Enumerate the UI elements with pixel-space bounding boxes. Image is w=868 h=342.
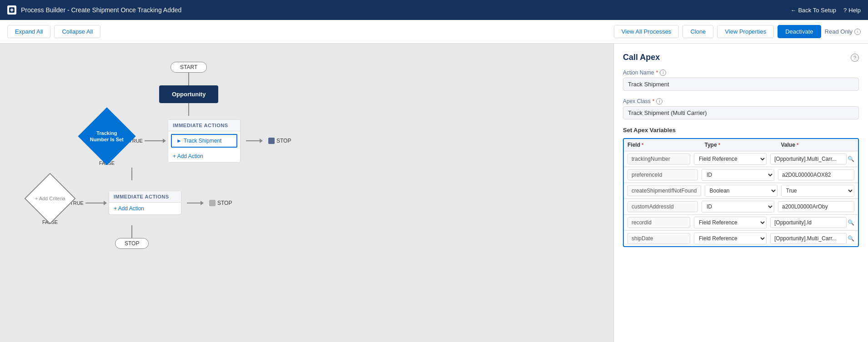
- value-container-3: TrueFalse: [781, 185, 855, 197]
- col-type-header: Type *: [705, 142, 778, 148]
- type-select-5[interactable]: Field ReferenceIDBooleanString: [694, 217, 767, 228]
- read-only-label: Read Only i: [825, 28, 861, 35]
- action-name-info-icon[interactable]: i: [660, 69, 666, 76]
- table-row: Field ReferenceIDBooleanString 🔍: [624, 231, 858, 246]
- stop-square-icon: [268, 138, 275, 144]
- required-star: *: [656, 69, 658, 76]
- final-connector-line: [131, 225, 132, 238]
- search-icon-1[interactable]: 🔍: [848, 156, 854, 162]
- immediate-actions-box: IMMEDIATE ACTIONS ► Track Shipment + Add…: [168, 119, 241, 163]
- top-nav-left: Process Builder - Create Shipment Once T…: [7, 5, 181, 15]
- top-nav: Process Builder - Create Shipment Once T…: [0, 0, 868, 20]
- table-row: BooleanIDField ReferenceString TrueFalse: [624, 183, 858, 199]
- col-field-header: Field *: [627, 142, 701, 148]
- app-logo: [7, 5, 16, 15]
- search-icon-6[interactable]: 🔍: [848, 235, 854, 242]
- field-input-1[interactable]: [627, 154, 690, 164]
- panel-title: Call Apex: [623, 53, 660, 62]
- deactivate-button[interactable]: Deactivate: [778, 25, 821, 38]
- value-input-1[interactable]: [770, 154, 847, 164]
- action-name-input[interactable]: [623, 78, 859, 91]
- action-icon: ►: [176, 138, 182, 144]
- value-input-2[interactable]: [778, 169, 854, 180]
- add-criteria-node[interactable]: + Add Criteria: [24, 173, 75, 224]
- type-select-2[interactable]: IDField ReferenceBooleanString: [702, 169, 774, 181]
- canvas-inner: START Opportunity Tracking Number Is Set: [9, 53, 604, 258]
- immediate-actions-box-2: IMMEDIATE ACTIONS + Add Action: [109, 191, 181, 215]
- table-row: Field ReferenceIDBooleanString 🔍: [624, 151, 858, 167]
- immediate-actions-header-2: IMMEDIATE ACTIONS: [109, 191, 181, 203]
- field-input-4[interactable]: [627, 201, 698, 212]
- field-input-3[interactable]: [627, 185, 701, 196]
- value-input-4[interactable]: [778, 201, 854, 212]
- action-name-label: Action Name * i: [623, 69, 859, 76]
- toolbar-right: View All Processes Clone View Properties…: [614, 25, 861, 38]
- clone-button[interactable]: Clone: [682, 25, 713, 38]
- action-name-field-group: Action Name * i: [623, 69, 859, 91]
- flow-canvas: START Opportunity Tracking Number Is Set: [0, 44, 613, 342]
- value-container-2: [778, 169, 854, 180]
- stop-node-2: STOP: [209, 200, 232, 206]
- value-input-5[interactable]: [770, 217, 847, 228]
- start-node: START: [171, 62, 207, 73]
- true-arrow-head: [163, 139, 166, 143]
- collapse-all-button[interactable]: Collapse All: [54, 25, 100, 38]
- type-select-4[interactable]: IDField ReferenceBooleanString: [702, 201, 774, 213]
- read-only-info-icon[interactable]: i: [854, 29, 861, 35]
- decision-label: Tracking Number Is Set: [90, 130, 124, 143]
- help-link[interactable]: ? Help: [843, 7, 861, 14]
- table-row: IDField ReferenceBooleanString: [624, 167, 858, 183]
- required-star-2: *: [652, 98, 655, 104]
- track-shipment-action[interactable]: ► Track Shipment: [171, 134, 237, 148]
- expand-all-button[interactable]: Expand All: [7, 25, 50, 38]
- view-properties-button[interactable]: View Properties: [717, 25, 774, 38]
- help-icon: ?: [843, 7, 847, 14]
- apex-class-label: Apex Class * i: [623, 98, 859, 104]
- value-container-1: 🔍: [770, 154, 854, 164]
- panel-help-icon[interactable]: ?: [851, 54, 859, 62]
- type-select-3[interactable]: BooleanIDField ReferenceString: [705, 185, 778, 197]
- top-nav-right: ← Back To Setup ? Help: [790, 7, 861, 14]
- stop-arrow-head: [260, 139, 263, 143]
- back-to-setup-link[interactable]: ← Back To Setup: [790, 7, 836, 14]
- stop-square-grey-icon: [209, 200, 216, 206]
- back-arrow-icon: ←: [790, 7, 796, 14]
- true-arrow-line-2: [85, 203, 104, 203]
- value-input-6[interactable]: [770, 233, 847, 244]
- view-all-processes-button[interactable]: View All Processes: [614, 25, 679, 38]
- apex-class-input[interactable]: [623, 106, 859, 119]
- object-node[interactable]: Opportunity: [159, 85, 218, 103]
- apex-variables-group: Set Apex Variables Field * Type * Value …: [623, 127, 859, 247]
- stop-node-final: STOP: [115, 238, 149, 249]
- add-criteria-label: + Add Criteria: [35, 195, 65, 202]
- apex-class-field-group: Apex Class * i: [623, 98, 859, 119]
- field-input-6[interactable]: [627, 233, 690, 244]
- value-select-3[interactable]: TrueFalse: [781, 185, 855, 197]
- value-container-6: 🔍: [770, 233, 854, 244]
- stop-arrow-head-2: [201, 201, 204, 205]
- main-layout: START Opportunity Tracking Number Is Set: [0, 44, 868, 342]
- page-title: Process Builder - Create Shipment Once T…: [21, 6, 181, 14]
- add-action-button-2[interactable]: + Add Action: [109, 203, 181, 214]
- table-header: Field * Type * Value *: [624, 139, 858, 151]
- toolbar: Expand All Collapse All View All Process…: [0, 20, 868, 44]
- table-row: Field ReferenceIDBooleanString 🔍: [624, 215, 858, 231]
- true-arrow-line: [145, 140, 163, 141]
- add-action-button[interactable]: + Add Action: [168, 150, 240, 162]
- apex-class-info-icon[interactable]: i: [656, 98, 662, 104]
- decision-node[interactable]: Tracking Number Is Set: [78, 107, 135, 165]
- type-select-6[interactable]: Field ReferenceIDBooleanString: [694, 233, 767, 244]
- connector-line: [188, 73, 189, 85]
- connector-line2: [188, 103, 189, 116]
- search-icon-5[interactable]: 🔍: [848, 219, 854, 226]
- stop-node-1: STOP: [268, 138, 291, 144]
- toolbar-left: Expand All Collapse All: [7, 25, 100, 38]
- field-input-5[interactable]: [627, 217, 690, 228]
- true-arrow-head-2: [104, 201, 107, 205]
- type-select-1[interactable]: Field ReferenceIDBooleanString: [694, 153, 767, 165]
- immediate-actions-header: IMMEDIATE ACTIONS: [168, 120, 240, 131]
- value-container-4: [778, 201, 854, 212]
- field-input-2[interactable]: [627, 169, 698, 180]
- col-value-header: Value *: [781, 142, 855, 148]
- variables-table: Field * Type * Value *: [623, 138, 859, 247]
